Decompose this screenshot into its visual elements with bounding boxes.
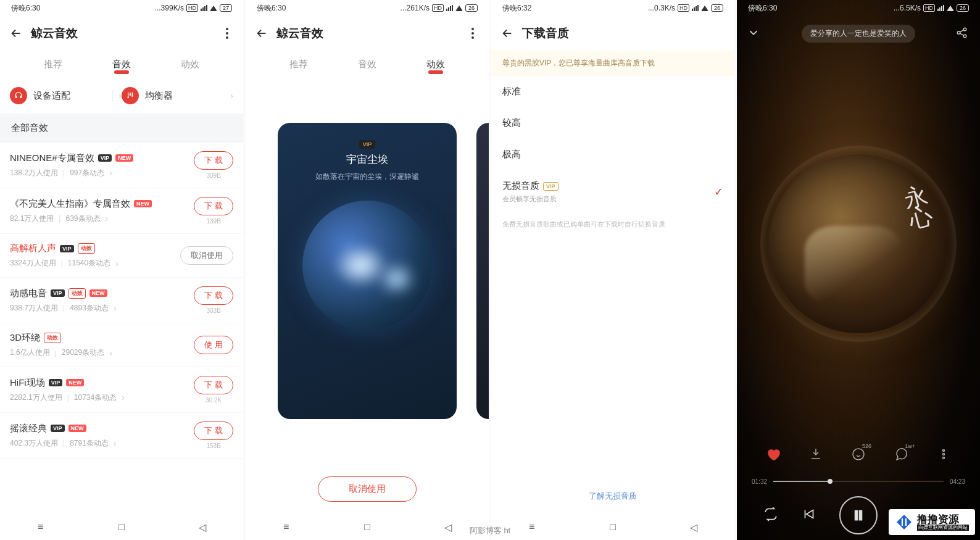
effect-title: 《不完美人生指南》专属音效 <box>10 198 130 210</box>
svg-point-3 <box>853 449 864 460</box>
play-pause-button[interactable] <box>839 496 878 534</box>
tab-recommend[interactable]: 推荐 <box>19 59 87 70</box>
download-button[interactable]: 下 载 <box>194 197 233 215</box>
home-nav-icon[interactable]: □ <box>607 521 619 533</box>
wifi-icon <box>455 6 463 11</box>
quality-option-standard[interactable]: 标准 <box>491 76 734 107</box>
back-nav-icon[interactable]: ◁ <box>687 521 700 533</box>
svg-point-6 <box>943 457 945 459</box>
card-carousel[interactable]: VIP 宇宙尘埃 如散落在宇宙的尘埃，深邃静谧 <box>246 78 489 464</box>
back-button[interactable] <box>9 26 23 41</box>
tool-label: 均衡器 <box>145 90 224 102</box>
home-nav-icon[interactable]: □ <box>361 521 373 533</box>
use-button[interactable]: 使 用 <box>194 336 233 354</box>
hd-icon: HD <box>186 4 198 12</box>
tab-motion[interactable]: 动效 <box>402 59 470 70</box>
next-card-peek[interactable] <box>476 123 489 419</box>
svg-rect-8 <box>860 510 862 520</box>
quality-option-lossless[interactable]: 无损音质VIP 会员畅享无损音质 ✓ <box>491 170 734 214</box>
menu-nav-icon[interactable]: ≡ <box>280 521 293 533</box>
effect-item[interactable]: 《不完美人生指南》专属音效NEW 82.1万人使用|639条动态› 下 载139… <box>0 188 243 234</box>
player-actions: 526 1w+ <box>737 436 980 472</box>
download-button[interactable]: 下 载 <box>194 422 233 440</box>
effect-item[interactable]: HiFi现场VIPNEW 2282.1万人使用|10734条动态› 下 载30.… <box>0 367 243 413</box>
progress-bar[interactable]: 01:32 04:23 <box>737 472 980 491</box>
menu-nav-icon[interactable]: ≡ <box>526 521 538 533</box>
share-button[interactable] <box>955 26 970 41</box>
quality-option-extreme[interactable]: 极高 <box>491 139 734 170</box>
effect-title: 动感电音 <box>10 288 47 299</box>
vip-badge: VIP <box>98 154 112 162</box>
new-badge: NEW <box>66 379 84 386</box>
tabs: 推荐 音效 动效 <box>246 51 489 78</box>
screen-sound-effects: 傍晚6:30 ...399K/s HD 27 鲸云音效 推荐 音效 动效 设备适… <box>0 0 243 540</box>
loop-button[interactable] <box>763 506 779 525</box>
screen-download-quality: 傍晚6:32 ...0.3K/s HD 26 下载音质 尊贵的黑胶VIP，您已尊… <box>491 0 734 540</box>
time-total: 04:23 <box>950 478 965 485</box>
device-adapter-button[interactable]: 设备适配 › <box>10 87 122 104</box>
tab-motion[interactable]: 动效 <box>156 59 225 70</box>
back-nav-icon[interactable]: ◁ <box>196 521 209 533</box>
new-badge: NEW <box>89 289 107 297</box>
effect-item[interactable]: 高解析人声VIP动效 3324万人使用|11540条动态› 取消使用 <box>0 234 243 278</box>
download-button[interactable]: 下 载 <box>194 286 233 305</box>
equalizer-button[interactable]: 均衡器 › <box>122 87 233 104</box>
quality-option-higher[interactable]: 较高 <box>491 107 734 139</box>
effect-item[interactable]: NINEONE#专属音效VIPNEW 138.2万人使用|997条动态› 下 载… <box>0 143 243 188</box>
tab-effects[interactable]: 音效 <box>333 59 401 70</box>
download-vip-button[interactable] <box>804 442 828 467</box>
watermark-logo: 撸撸资源白嫖互联网资源的网站 <box>889 509 975 535</box>
vip-badge: VIP <box>359 140 376 149</box>
page-title: 鲸云音效 <box>276 25 465 41</box>
menu-nav-icon[interactable]: ≡ <box>35 521 47 533</box>
tab-recommend[interactable]: 推荐 <box>264 59 333 70</box>
tab-effects[interactable]: 音效 <box>87 59 156 70</box>
lyric-pill[interactable]: 爱分享的人一定也是爱笑的人 <box>768 25 949 43</box>
more-button[interactable] <box>220 26 235 41</box>
system-navbar: ≡ □ ◁ <box>0 514 243 540</box>
home-nav-icon[interactable]: □ <box>115 521 128 533</box>
status-bar: 傍晚6:30 ...261K/s HD 26 <box>246 0 489 16</box>
motion-badge: 动效 <box>78 243 95 254</box>
vip-badge: VIP <box>543 182 559 191</box>
vip-badge: VIP <box>49 379 63 386</box>
effect-card[interactable]: VIP 宇宙尘埃 如散落在宇宙的尘埃，深邃静谧 <box>278 123 457 419</box>
screen-motion-effects: 傍晚6:30 ...261K/s HD 26 鲸云音效 推荐 音效 动效 VIP… <box>246 0 489 540</box>
back-nav-icon[interactable]: ◁ <box>442 521 454 533</box>
effect-item[interactable]: 摇滚经典VIPNEW 402.3万人使用|8791条动态› 下 载153B <box>0 413 243 459</box>
hd-icon: HD <box>678 4 689 12</box>
equalizer-icon <box>122 87 139 104</box>
vip-badge: VIP <box>60 245 74 252</box>
back-button[interactable] <box>500 26 515 41</box>
collapse-button[interactable] <box>747 26 762 41</box>
back-button[interactable] <box>254 26 269 41</box>
card-title: 宇宙尘埃 <box>290 152 444 167</box>
signal-icon <box>692 5 699 11</box>
effect-title: NINEONE#专属音效 <box>10 152 94 164</box>
vip-badge: VIP <box>51 425 65 432</box>
download-button[interactable]: 下 载 <box>194 151 233 170</box>
learn-more-link[interactable]: 了解无损音质 <box>491 478 734 514</box>
cancel-use-button[interactable]: 取消使用 <box>318 476 417 502</box>
effect-title: HiFi现场 <box>10 377 45 389</box>
more-button[interactable] <box>931 442 956 467</box>
status-time: 傍晚6:30 <box>11 3 40 14</box>
progress-track[interactable] <box>773 481 944 482</box>
download-button[interactable]: 下 载 <box>194 376 233 394</box>
new-badge: NEW <box>134 200 152 207</box>
quality-footnote: 免费无损音质歌曲或已购单曲可在下载时自行切换音质 <box>491 214 734 235</box>
effect-title: 3D环绕 <box>10 332 40 344</box>
cancel-use-button[interactable]: 取消使用 <box>180 246 233 265</box>
sing-button[interactable]: 526 <box>846 442 871 467</box>
comment-button[interactable]: 1w+ <box>889 442 913 467</box>
tabs: 推荐 音效 动效 <box>0 51 243 78</box>
like-button[interactable] <box>761 442 786 467</box>
effect-title: 摇滚经典 <box>10 423 47 434</box>
section-title: 全部音效 <box>0 114 243 143</box>
album-area[interactable]: 永心 <box>737 51 980 436</box>
effect-item[interactable]: 动感电音VIP动效NEW 938.7万人使用|4893条动态› 下 载303B <box>0 278 243 323</box>
prev-button[interactable] <box>801 506 817 525</box>
effect-item[interactable]: 3D环绕动效 1.6亿人使用|29029条动态› 使 用 <box>0 323 243 367</box>
effects-list[interactable]: NINEONE#专属音效VIPNEW 138.2万人使用|997条动态› 下 载… <box>0 143 243 514</box>
more-button[interactable] <box>465 26 480 41</box>
